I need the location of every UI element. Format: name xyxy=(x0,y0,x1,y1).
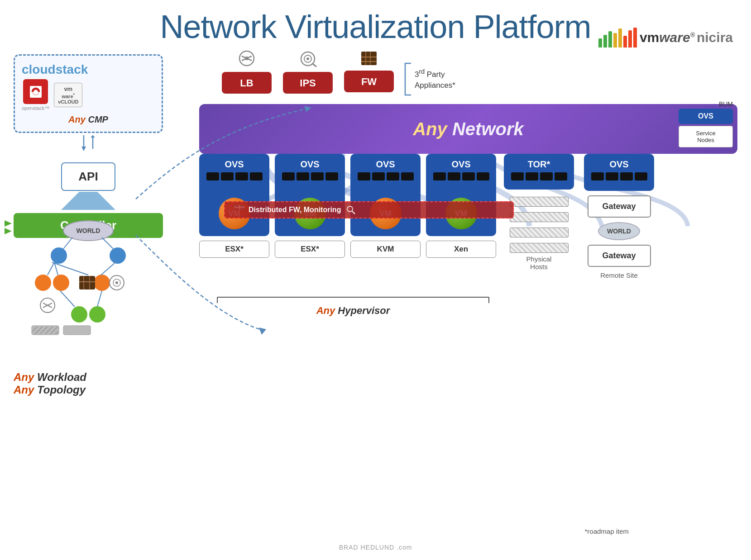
svg-point-56 xyxy=(347,206,353,212)
lb-icon xyxy=(237,50,256,70)
dist-fw-banner: Distributed FW, Monitoring xyxy=(224,201,514,218)
ovs-service-box: OVS xyxy=(679,109,733,124)
esx1-label: ESX* xyxy=(199,241,269,258)
third-party-label: 3rd PartyAppliances* xyxy=(415,67,455,90)
topology-area: WORLD xyxy=(18,217,163,353)
logo-area: vmware® nicira xyxy=(598,27,733,47)
watermark: BRAD HEDLUND .com xyxy=(339,544,412,551)
xen-ovs-box: OVS VM xyxy=(426,154,496,236)
vmware-vcenter: vm ware* vCLOUD xyxy=(54,83,82,107)
svg-rect-36 xyxy=(33,327,58,334)
svg-line-38 xyxy=(60,291,75,307)
vmware-nicira-logo: vmware® nicira xyxy=(640,30,733,45)
ips-appliance: IPS xyxy=(283,50,333,94)
openstack-label: openstack™ xyxy=(22,105,49,111)
tor-ports xyxy=(511,172,567,180)
phys-hosts-col: TOR* xyxy=(504,154,574,271)
world-cloud-right: WORLD xyxy=(598,222,640,240)
svg-point-17 xyxy=(94,275,110,291)
svg-line-14 xyxy=(102,237,113,249)
svg-line-57 xyxy=(352,211,355,214)
any-workload-label: Any Workload Any Topology xyxy=(14,371,86,396)
nicira-text: nicira xyxy=(697,30,733,45)
esx2-ovs-box: OVS VM xyxy=(275,154,345,236)
xen-label: Xen xyxy=(426,241,496,258)
svg-point-16 xyxy=(53,275,69,291)
svg-line-28 xyxy=(48,262,54,275)
ports-4 xyxy=(433,172,489,180)
svg-rect-35 xyxy=(63,326,91,335)
svg-line-13 xyxy=(63,237,72,249)
api-box: API xyxy=(61,162,115,191)
ports-2 xyxy=(282,172,338,180)
phys-server-1 xyxy=(510,197,569,207)
gw-ovs-box: OVS xyxy=(584,154,654,191)
api-container: API xyxy=(14,153,163,191)
cmp-box: cloudstack openstack™ vm ware* vCLOU xyxy=(14,54,163,133)
gw-ports xyxy=(591,172,647,180)
bar-6 xyxy=(623,36,627,47)
bar-4 xyxy=(613,33,617,47)
fw-icon xyxy=(359,50,378,69)
svg-point-11 xyxy=(51,247,67,264)
gateway-box-2: Gateway xyxy=(588,245,651,267)
phys-hosts-label: PhysicalHosts xyxy=(526,255,552,271)
phys-server-2 xyxy=(510,212,569,222)
svg-point-43 xyxy=(245,57,249,60)
svg-marker-6 xyxy=(61,192,115,210)
appliances-row: LB IPS xyxy=(222,50,737,97)
fw-box: FW xyxy=(344,71,394,92)
svg-point-15 xyxy=(35,275,51,291)
openstack-icon: openstack™ xyxy=(22,79,49,111)
bum-label: BUM xyxy=(679,100,733,108)
any-cmp-label: Any CMP xyxy=(22,114,155,125)
any-hypervisor-label: Any Hypervisor xyxy=(208,295,498,317)
svg-point-46 xyxy=(306,57,309,60)
main-area: LB IPS xyxy=(199,50,737,299)
svg-text:WORLD: WORLD xyxy=(77,227,100,234)
svg-line-30 xyxy=(101,262,115,275)
cmp-logos: openstack™ vm ware* vCLOUD xyxy=(22,79,155,111)
network-bar-text: Any Network xyxy=(413,119,524,139)
svg-marker-4 xyxy=(81,147,86,151)
gateway-box-1: Gateway xyxy=(588,195,651,218)
svg-marker-62 xyxy=(259,327,266,335)
svg-point-33 xyxy=(89,306,105,323)
ovs-service-sub: ServiceNodes xyxy=(679,126,733,147)
lb-box: LB xyxy=(222,72,272,94)
ports-1 xyxy=(206,172,263,180)
svg-line-39 xyxy=(97,291,102,307)
svg-point-32 xyxy=(71,306,87,323)
remote-site-label: Remote Site xyxy=(600,271,638,279)
svg-rect-48 xyxy=(361,52,377,65)
fw-appliance: FW xyxy=(344,50,394,92)
color-bars xyxy=(598,27,637,47)
phys-server-3 xyxy=(510,228,569,237)
phys-server-4 xyxy=(510,243,569,253)
bar-2 xyxy=(603,35,607,47)
bar-1 xyxy=(598,38,602,47)
svg-point-12 xyxy=(110,247,126,264)
ips-box: IPS xyxy=(283,72,333,94)
cloudstack-label: cloudstack xyxy=(22,62,155,77)
left-panel: cloudstack openstack™ vm ware* vCLOU xyxy=(14,54,163,238)
service-nodes: BUM OVS ServiceNodes xyxy=(679,100,733,147)
svg-line-47 xyxy=(313,64,316,67)
kvm-ovs-box: OVS VM xyxy=(350,154,421,236)
main-relative: LB IPS xyxy=(199,50,737,299)
network-bar: Any Network BUM OVS ServiceNodes xyxy=(199,104,737,154)
bar-8 xyxy=(633,28,637,47)
lb-appliance: LB xyxy=(222,50,272,94)
kvm-label: KVM xyxy=(350,241,421,258)
bar-3 xyxy=(608,31,612,47)
svg-marker-5 xyxy=(91,135,95,138)
third-party-bracket: 3rd PartyAppliances* xyxy=(403,61,455,97)
tor-box: TOR* xyxy=(504,154,574,190)
cmp-api-arrows xyxy=(14,135,163,151)
svg-point-24 xyxy=(115,281,118,284)
ports-3 xyxy=(358,172,414,180)
api-controller-connector xyxy=(14,192,163,212)
vmware-text: vmware® xyxy=(640,30,695,45)
esx1-ovs-box: OVS VM xyxy=(199,154,269,236)
roadmap-label: *roadmap item xyxy=(584,527,629,535)
